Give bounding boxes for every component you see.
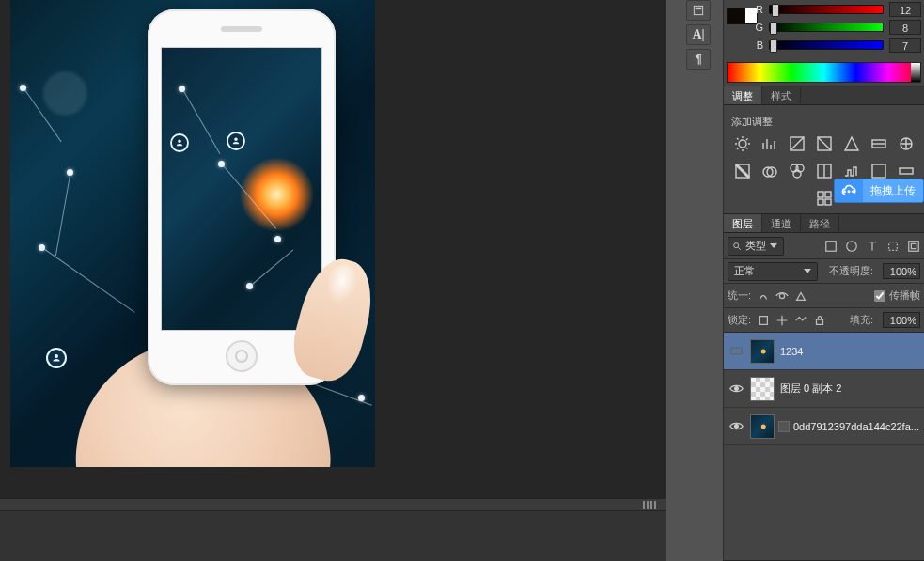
search-icon [732, 242, 742, 251]
unify-label: 统一: [728, 288, 751, 303]
svg-rect-29 [817, 319, 823, 324]
layer-thumb[interactable] [750, 377, 775, 401]
panel-button-paragraph[interactable]: ¶ [686, 49, 711, 70]
svg-rect-26 [911, 243, 916, 248]
opacity-value[interactable]: 100% [883, 263, 920, 279]
slider-g[interactable] [769, 23, 884, 32]
document-canvas[interactable] [10, 0, 375, 467]
svg-point-20 [734, 242, 739, 247]
layer-name[interactable]: 0dd7912397dda144c22fa... [793, 421, 922, 432]
cloud-upload-icon [835, 179, 863, 202]
tab-adjustments[interactable]: 调整 [724, 86, 762, 104]
lock-image-icon[interactable] [794, 314, 807, 327]
svg-rect-1 [696, 8, 701, 9]
value-g[interactable]: 8 [889, 20, 921, 35]
lock-pixels-icon[interactable] [757, 314, 770, 327]
adj-posterize-icon[interactable] [842, 162, 861, 180]
kind-filter-label: 类型 [745, 239, 766, 253]
propagate-label: 传播帧 [889, 288, 920, 303]
layer-thumb[interactable] [750, 414, 775, 439]
chevron-down-icon [770, 243, 777, 248]
filter-type-icon[interactable] [866, 240, 879, 253]
svg-point-23 [847, 241, 857, 251]
adj-selective-color-icon[interactable] [815, 189, 834, 208]
tab-paths[interactable]: 路径 [801, 214, 839, 232]
fill-label: 填充: [850, 313, 873, 327]
filter-adjust-icon[interactable] [845, 240, 858, 253]
adj-hue-icon[interactable] [869, 134, 888, 153]
layer-name[interactable]: 图层 0 副本 2 [780, 382, 922, 396]
adj-channel-mixer-icon[interactable] [788, 162, 807, 180]
filter-shape-icon[interactable] [886, 240, 900, 253]
layers-panel: 图层 通道 路径 类型 正常 不透明度: 100 [724, 214, 924, 561]
svg-line-21 [738, 247, 741, 250]
panel-button-character[interactable]: A| [686, 24, 711, 45]
layer-kind-filter[interactable]: 类型 [728, 237, 784, 256]
timeline-area [0, 511, 666, 561]
svg-rect-17 [825, 192, 831, 197]
chevron-down-icon [804, 269, 811, 273]
filter-smart-icon[interactable] [907, 240, 920, 253]
svg-point-33 [843, 190, 846, 193]
layer-list: 1234图层 0 副本 20dd7912397dda144c22fa... [724, 333, 924, 560]
color-panel: R 12 G 8 B 7 [724, 0, 924, 86]
panel-button-history[interactable] [686, 0, 711, 21]
channel-label-b: B [752, 39, 763, 51]
slider-r[interactable] [769, 5, 884, 14]
value-r[interactable]: 12 [889, 2, 921, 17]
upload-badge-label: 拖拽上传 [863, 183, 923, 199]
visibility-toggle[interactable] [728, 418, 744, 435]
tab-styles[interactable]: 样式 [762, 86, 801, 104]
adj-invert-icon[interactable] [815, 162, 834, 180]
lock-label: 锁定: [728, 313, 751, 327]
adj-threshold-icon[interactable] [869, 162, 888, 180]
lock-all-icon[interactable] [813, 314, 826, 327]
adj-gradient-map-icon[interactable] [897, 162, 916, 180]
layer-row[interactable]: 图层 0 副本 2 [724, 370, 924, 408]
svg-rect-25 [909, 241, 919, 251]
adj-brightness-icon[interactable] [733, 134, 752, 153]
adj-color-balance-icon[interactable] [897, 134, 916, 153]
tab-layers[interactable]: 图层 [724, 214, 762, 232]
canvas-area [0, 0, 666, 561]
adj-bw-icon[interactable] [733, 162, 752, 180]
collapsed-panel-strip: A| ¶ [686, 0, 713, 86]
adj-curves-icon[interactable] [788, 134, 807, 153]
svg-point-32 [734, 425, 738, 429]
fill-value[interactable]: 100% [883, 312, 920, 328]
blend-mode-select[interactable]: 正常 [728, 262, 818, 281]
svg-point-2 [739, 140, 746, 148]
status-bar [0, 498, 666, 511]
channel-label-r: R [752, 4, 763, 15]
svg-point-34 [848, 190, 851, 193]
adj-exposure-icon[interactable] [815, 134, 834, 153]
unify-position-icon[interactable] [757, 289, 770, 303]
layer-thumb[interactable] [750, 339, 775, 364]
unify-visibility-icon[interactable] [775, 289, 789, 303]
visibility-toggle[interactable] [728, 381, 744, 397]
unify-style-icon[interactable] [794, 289, 807, 303]
foreground-swatch[interactable] [727, 8, 745, 24]
svg-point-35 [852, 190, 854, 193]
layer-row[interactable]: 1234 [724, 333, 924, 370]
adj-vibrance-icon[interactable] [842, 134, 861, 153]
adj-levels-icon[interactable] [760, 134, 779, 153]
layer-row[interactable]: 0dd7912397dda144c22fa... [724, 408, 924, 445]
visibility-toggle[interactable] [728, 343, 744, 360]
slider-b[interactable] [769, 40, 884, 50]
svg-rect-15 [900, 168, 913, 174]
value-b[interactable]: 7 [889, 38, 921, 53]
adj-photo-filter-icon[interactable] [760, 162, 779, 180]
smart-object-icon [778, 421, 790, 432]
hand-phone-artwork [65, 94, 366, 467]
resize-gripper-icon[interactable] [643, 501, 658, 509]
filter-pixel-icon[interactable] [824, 240, 838, 253]
lock-position-icon[interactable] [775, 314, 789, 327]
user-node-icon [46, 348, 67, 368]
propagate-checkbox[interactable] [874, 290, 885, 302]
tab-channels[interactable]: 通道 [762, 214, 801, 232]
spectrum-picker[interactable] [727, 62, 921, 83]
upload-badge[interactable]: 拖拽上传 [834, 179, 924, 203]
svg-rect-18 [818, 199, 823, 205]
layer-name[interactable]: 1234 [780, 346, 922, 357]
